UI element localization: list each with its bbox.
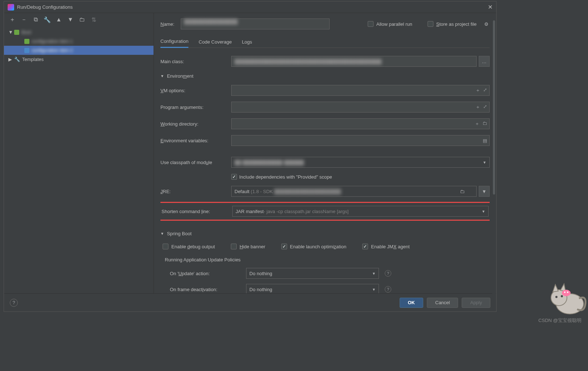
enable-debug-checkbox[interactable]: Enable debug output [163, 244, 215, 249]
shorten-label: Shorten command line: [162, 209, 232, 214]
tree-templates[interactable]: ▶ 🔧 Templates [4, 55, 154, 64]
chevron-down-icon: ▼ [372, 272, 376, 276]
spring-boot-section[interactable]: ▼ Spring Boot [160, 227, 490, 240]
tab-logs[interactable]: Logs [242, 39, 252, 48]
name-bar: Name: ████████████████ Allow parallel ru… [160, 13, 490, 35]
checkbox-icon[interactable] [362, 244, 368, 249]
svg-point-6 [567, 292, 568, 293]
jre-dropdown[interactable]: Default (1.8 - SDK ████████████████████ … [231, 186, 477, 197]
gear-icon[interactable]: ⚙ [483, 21, 490, 27]
expand-icon[interactable]: ▼ [8, 29, 12, 35]
env-vars-input[interactable]: ▤ [231, 135, 490, 146]
checkbox-icon[interactable] [163, 244, 168, 249]
plus-icon[interactable]: ＋ [475, 121, 479, 127]
vm-options-input[interactable]: ＋⤢ [231, 85, 490, 96]
add-icon[interactable]: ＋ [9, 16, 16, 23]
cancel-button[interactable]: Cancel [427, 298, 458, 308]
tree-item-selected[interactable]: configuration item 2 [4, 46, 154, 55]
folder-icon[interactable]: 🗀 [460, 189, 465, 194]
close-icon[interactable]: ✕ [488, 4, 493, 11]
main-class-label: Main class: [160, 59, 231, 64]
include-provided-label: Include dependencies with "Provided" sco… [239, 174, 332, 180]
sort-icon[interactable]: ⇅ [90, 16, 97, 23]
running-policies-label: Running Application Update Policies [160, 253, 490, 265]
on-deactivation-dropdown[interactable]: Do nothing▼ [246, 284, 379, 293]
checkbox-icon[interactable] [368, 21, 373, 27]
config-tree[interactable]: ▼ Boot configuration item 1 configuratio… [4, 26, 154, 293]
titlebar: Run/Debug Configurations ✕ [4, 1, 496, 13]
browse-button[interactable]: … [479, 56, 490, 67]
plus-icon[interactable]: ＋ [475, 87, 480, 94]
up-icon[interactable]: ▲ [56, 16, 62, 23]
copy-icon[interactable]: ⧉ [32, 16, 39, 23]
dialog-footer: ? OK Cancel Apply [4, 293, 496, 311]
svg-point-4 [562, 290, 571, 296]
scrollbar[interactable] [492, 19, 496, 293]
config-form: Main class: ████████████████████████████… [160, 48, 490, 293]
checkbox-icon[interactable] [428, 21, 433, 27]
checkbox-icon[interactable] [231, 244, 237, 249]
checkbox-icon[interactable] [281, 244, 287, 249]
down-icon[interactable]: ▼ [67, 16, 74, 23]
expand-icon[interactable]: ▶ [8, 57, 12, 62]
use-cp-label: Use classpath of module [160, 160, 231, 165]
highlight-box: Shorten command line: JAR manifest - jav… [160, 202, 490, 221]
watermark: CSDN @宝宝很聪明 [538, 317, 581, 324]
allow-parallel-label: Allow parallel run [376, 21, 412, 27]
on-update-label: On 'Update' action: [170, 271, 246, 276]
folder-icon[interactable]: 🗀 [79, 16, 85, 23]
tab-configuration[interactable]: Configuration [160, 38, 188, 48]
collapse-icon[interactable]: ▼ [160, 74, 164, 78]
help-icon[interactable]: ? [385, 270, 391, 277]
enable-launch-checkbox[interactable]: Enable launch optimization [281, 244, 346, 249]
allow-parallel-checkbox[interactable]: Allow parallel run [368, 21, 412, 27]
checkbox-icon[interactable] [231, 174, 237, 180]
on-update-dropdown[interactable]: Do nothing▼ [246, 268, 379, 279]
svg-point-2 [555, 296, 558, 298]
shorten-dropdown[interactable]: JAR manifest - java -cp classpath.jar cl… [232, 206, 489, 217]
chevron-down-icon: ▼ [372, 288, 376, 292]
spring-icon [24, 39, 29, 44]
help-icon[interactable]: ? [385, 286, 391, 293]
jre-caret-button[interactable]: ▼ [479, 186, 490, 197]
spring-icon [24, 48, 29, 53]
tree-label: Boot [21, 29, 31, 35]
environment-label: Environment [167, 73, 193, 79]
name-input[interactable]: ████████████████ [181, 19, 330, 29]
shorten-value: JAR manifest [236, 209, 264, 214]
environment-section[interactable]: ▼ Environment [160, 70, 490, 82]
collapse-icon[interactable]: ▼ [160, 232, 164, 236]
include-provided-checkbox[interactable]: Include dependencies with "Provided" sco… [231, 174, 490, 180]
on-deactivation-label: On frame deactivation: [170, 287, 246, 292]
module-dropdown[interactable]: ██ ████████████ ██████▼ [231, 157, 490, 168]
wrench-icon: 🔧 [14, 57, 20, 62]
tab-code-coverage[interactable]: Code Coverage [199, 39, 232, 48]
run-debug-dialog: Run/Debug Configurations ✕ ＋ － ⧉ 🔧 ▲ ▼ 🗀… [4, 1, 497, 312]
plus-icon[interactable]: ＋ [475, 104, 480, 110]
remove-icon[interactable]: － [21, 16, 27, 23]
window-title: Run/Debug Configurations [17, 4, 488, 10]
help-button[interactable]: ? [10, 299, 18, 307]
folder-icon[interactable]: 🗀 [482, 121, 487, 127]
list-icon[interactable]: ▤ [483, 138, 487, 143]
sidebar-toolbar: ＋ － ⧉ 🔧 ▲ ▼ 🗀 ⇅ [4, 13, 154, 26]
program-args-input[interactable]: ＋⤢ [231, 102, 490, 113]
wrench-icon[interactable]: 🔧 [44, 16, 50, 23]
store-project-checkbox[interactable]: Store as project file [428, 21, 477, 27]
tree-item[interactable]: configuration item 1 [4, 37, 154, 46]
expand-icon[interactable]: ⤢ [483, 104, 487, 110]
working-dir-input[interactable]: ＋🗀 [231, 118, 490, 129]
cat-decoration [544, 280, 588, 317]
main-panel: Name: ████████████████ Allow parallel ru… [154, 13, 496, 293]
expand-icon[interactable]: ⤢ [483, 87, 487, 94]
enable-jmx-checkbox[interactable]: Enable JMX agent [362, 244, 409, 249]
apply-button[interactable]: Apply [462, 298, 490, 308]
svg-point-5 [564, 292, 565, 293]
main-class-input[interactable]: ████████████████████████████████████████… [231, 56, 477, 67]
name-label: Name: [160, 21, 174, 27]
spring-boot-label: Spring Boot [167, 231, 192, 236]
shorten-hint: - java -cp classpath.jar className [args… [264, 209, 348, 214]
tree-category-boot[interactable]: ▼ Boot [4, 28, 154, 37]
hide-banner-checkbox[interactable]: Hide banner [231, 244, 265, 249]
ok-button[interactable]: OK [400, 298, 424, 308]
